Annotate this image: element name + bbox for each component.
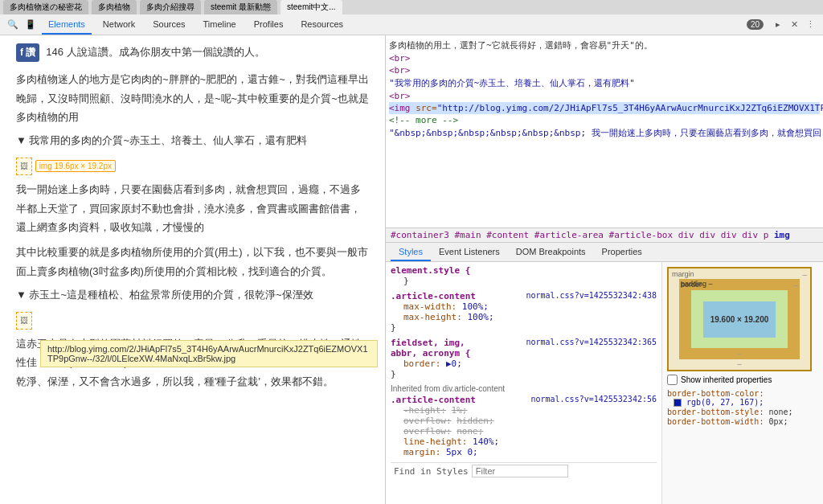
devtools-badge: 20 (747, 19, 764, 30)
bc-main[interactable]: #main (454, 230, 481, 240)
show-inherited-checkbox[interactable] (667, 375, 678, 385)
dom-line-text2: "&nbsp;&nbsp;&nbsp;&nbsp;&nbsp;&nbsp; 我一… (389, 126, 820, 140)
webpage-content: f 讚 146 人說這讚。成為你朋友中第一個說讚的人。 多肉植物迷人的地方是它肉… (0, 35, 385, 504)
facebook-bar: f 讚 146 人說這讚。成為你朋友中第一個說讚的人。 (16, 43, 369, 62)
border-dash: – (793, 281, 798, 289)
margin-dash-bottom: – (737, 359, 742, 368)
browser-tab-5[interactable]: steemit中文... (280, 0, 342, 14)
browser-tabs-bar: 多肉植物迷の秘密花 多肉植物 多肉介紹搜尋 steemit 最新動態 steem… (0, 0, 823, 14)
padding-dash: – (737, 350, 741, 358)
show-inherited-label: Show inherited properties (681, 375, 772, 384)
tab-event-listeners[interactable]: Event Listeners (431, 243, 508, 261)
devtools-toolbar: 🔍 📱 Elements Network Sources Timeline Pr… (0, 14, 823, 35)
styles-box-split: element.style { } .article-content norma… (386, 262, 823, 504)
bc-p[interactable]: p (764, 230, 769, 240)
filter-input[interactable] (472, 465, 568, 477)
tab-network[interactable]: Network (96, 14, 141, 35)
prop-border-bottom-color: border-bottom-color: rgb(0, 27, 167); (667, 389, 818, 407)
dom-line-comment: <!-- more --> (389, 114, 820, 126)
filter-bar: Find in Styles (391, 462, 657, 479)
img-element-row: 🖼 img 19.6px × 19.2px (16, 156, 369, 177)
tab-styles[interactable]: Styles (391, 243, 431, 261)
properties-list: border-bottom-color: rgb(0, 27, 167); bo… (667, 388, 818, 427)
img-placeholder-icon: 🖼 (16, 158, 32, 175)
box-padding: padding – – 19.600 × 19.200 (691, 290, 788, 348)
paragraph-3: 其中比較重要的就是多肉植物所使用的介質(用土)，以下我，也不要與一般市面上賣多肉… (16, 243, 369, 281)
dom-tree[interactable]: 多肉植物的用土，選對了~它就長得好，選錯時，會容易"升天"的。 <br> <br… (386, 35, 823, 228)
browser-tab-1[interactable]: 多肉植物迷の秘密花 (3, 0, 88, 14)
browser-tab-2[interactable]: 多肉植物 (92, 0, 137, 14)
bc-container3[interactable]: #container3 (391, 230, 449, 240)
browser-tab-4[interactable]: steemit 最新動態 (204, 0, 277, 14)
tab-resources[interactable]: Resources (294, 14, 350, 35)
facebook-count-text: 146 人說這讚。成為你朋友中第一個說讚的人。 (46, 44, 264, 61)
styles-panel[interactable]: element.style { } .article-content norma… (386, 262, 662, 504)
margin-dash-top: – (802, 270, 807, 279)
bc-content[interactable]: #content (486, 230, 529, 240)
img-size-badge: img 19.6px × 19.2px (35, 160, 116, 172)
bc-div1[interactable]: div (678, 230, 694, 240)
paragraph-1: 多肉植物迷人的地方是它肉肉的~胖胖的~肥肥的，還古錐~，對我們這種早出晚歸，又沒… (16, 70, 369, 126)
tab-elements[interactable]: Elements (42, 14, 92, 35)
color-swatch (674, 399, 682, 407)
dom-line-4: "我常用的多肉的介質~赤玉土、培養土、仙人掌石，還有肥料" (389, 76, 820, 90)
show-inherited-row: Show inherited properties (667, 375, 818, 385)
prop-border-bottom-width: border-bottom-width: 0px; (667, 417, 818, 426)
style-rule-inherited: .article-content normal.css?v=1425532342… (391, 395, 657, 457)
margin-label: margin (672, 270, 694, 278)
tab-profiles[interactable]: Profiles (248, 14, 290, 35)
mobile-icon[interactable]: 📱 (24, 18, 37, 31)
browser-tab-3[interactable]: 多肉介紹搜尋 (140, 0, 201, 14)
breadcrumb: #container3 #main #content #article-area… (386, 228, 823, 243)
bc-div2[interactable]: div (699, 230, 715, 240)
webpage-panel: f 讚 146 人說這讚。成為你朋友中第一個說讚的人。 多肉植物迷人的地方是它肉… (0, 35, 386, 504)
style-rule-article-content-1: .article-content normal.css?v=1425532342… (391, 291, 657, 333)
dom-line-2: <br> (389, 52, 820, 64)
img-placeholder-2: 🖼 (16, 310, 369, 331)
section-header-1: ▼ 我常用的多肉的介質~赤玉土、培養土、仙人掌石，還有肥料 (16, 133, 369, 150)
prop-border-bottom-style: border-bottom-style: none; (667, 408, 818, 416)
bc-img[interactable]: img (774, 230, 790, 240)
box-content: 19.600 × 19.200 (703, 301, 776, 338)
style-rule-fieldset-img: fieldset, img, normal.css?v=1425532342:3… (391, 338, 657, 379)
tab-sources[interactable]: Sources (146, 14, 191, 35)
bc-article-box[interactable]: #article-box (609, 230, 673, 240)
img-placeholder-2-icon: 🖼 (16, 312, 32, 330)
panel-tabs-bar: Styles Event Listeners DOM Breakpoints P… (386, 243, 823, 262)
find-in-styles-label: Find in Styles (394, 466, 469, 477)
style-rule-element: element.style { } (391, 265, 657, 286)
tab-properties[interactable]: Properties (594, 243, 650, 261)
facebook-icon: f 讚 (16, 43, 39, 62)
expand-icon[interactable]: ▸ (772, 18, 784, 31)
box-model-panel: margin – – border – padding – – 19.600 ×… (662, 262, 823, 504)
dom-line-3: <br> (389, 64, 820, 76)
url-tooltip: http://blog.yimg.com/2/JHiApFl7s5_3T4H6y… (40, 340, 378, 367)
main-area: f 讚 146 人說這讚。成為你朋友中第一個說讚的人。 多肉植物迷人的地方是它肉… (0, 35, 823, 504)
devtools-right-panel: 多肉植物的用土，選對了~它就長得好，選錯時，會容易"升天"的。 <br> <br… (386, 35, 823, 504)
dom-line-5: <br> (389, 90, 820, 102)
padding-label: padding – (681, 280, 713, 288)
dom-line-selected[interactable]: <img src="http://blog.yimg.com/2/JHiApFl… (389, 102, 820, 114)
tab-dom-breakpoints[interactable]: DOM Breakpoints (508, 243, 594, 261)
box-model-visual: margin – – border – padding – – 19.600 ×… (667, 267, 812, 371)
paragraph-2: 我一開始迷上多肉時，只要在園藝店看到多肉，就會想買回，過癮，不過多半都上天堂了，… (16, 180, 369, 236)
bc-div3[interactable]: div (721, 230, 737, 240)
tab-timeline[interactable]: Timeline (197, 14, 243, 35)
close-devtools-icon[interactable]: ✕ (788, 18, 800, 31)
box-border: border – padding – – 19.600 × 19.200 (679, 279, 800, 359)
bc-article-area[interactable]: #article-area (534, 230, 604, 240)
more-icon[interactable]: ⋮ (804, 18, 817, 31)
bc-div4[interactable]: div (742, 230, 758, 240)
inherited-label: Inherited from div.article-content (391, 384, 657, 393)
inspect-icon[interactable]: 🔍 (6, 18, 19, 31)
section-header-2: ▼ 赤玉土~這是種植松、柏盆景常所使用的介質，很乾淨~保溼效 (16, 287, 369, 304)
dom-line-1: 多肉植物的用土，選對了~它就長得好，選錯時，會容易"升天"的。 (389, 39, 820, 52)
